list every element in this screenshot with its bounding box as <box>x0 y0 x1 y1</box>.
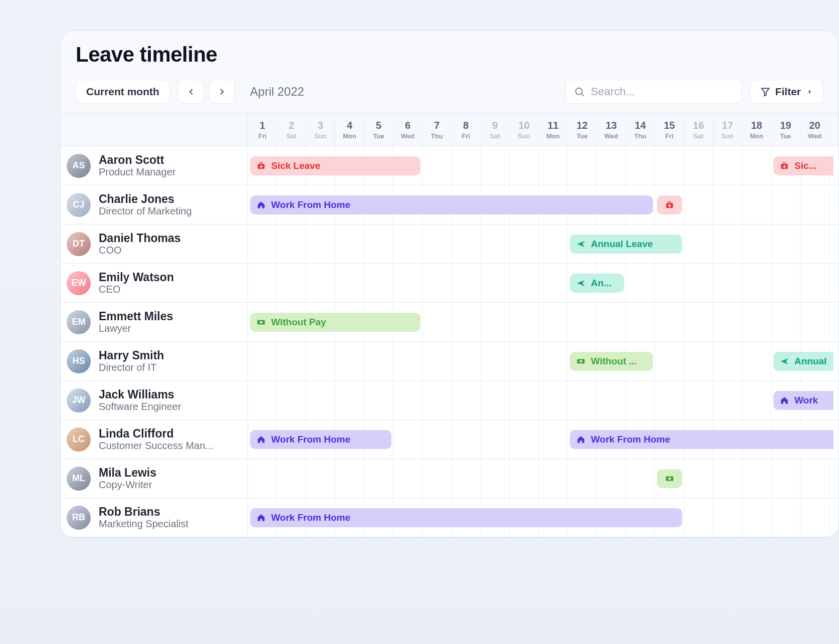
timeline-cell <box>510 225 539 263</box>
timeline-cell <box>597 303 626 341</box>
person-name: Charlie Jones <box>99 192 192 205</box>
leave-event-annual[interactable]: An... <box>570 274 624 293</box>
day-number: 20 <box>809 120 820 131</box>
day-number: 10 <box>518 120 529 131</box>
timeline-cell <box>539 381 568 419</box>
timeline-cell <box>539 342 568 380</box>
leave-event-label: Work From Home <box>591 434 670 445</box>
timeline-cell <box>800 498 829 537</box>
person-role: Lawyer <box>99 323 173 334</box>
leave-event-wfh[interactable]: Work From Home <box>250 195 653 214</box>
timeline-cell <box>539 225 568 263</box>
search-input[interactable] <box>590 85 733 99</box>
leave-event-wfh[interactable]: Work From Home <box>250 508 682 527</box>
timeline-cell <box>771 459 800 498</box>
date-header-row: 1Fri2Sat3Sun4Mon5Tue6Wed7Thu8Fri9Sat10Su… <box>61 113 838 146</box>
avatar: LC <box>67 427 91 452</box>
timeline-cell <box>626 264 655 302</box>
date-header-cell-10: 10Sun <box>510 113 539 146</box>
leave-event-annual[interactable]: Annual <box>773 352 833 371</box>
timeline-cells: Work <box>248 381 838 419</box>
person-cell[interactable]: MLMila LewisCopy-Writer <box>61 459 248 498</box>
leave-event-wfh[interactable]: Work From Home <box>570 430 833 449</box>
timeline-cell <box>306 225 335 263</box>
person-cell[interactable]: LCLinda CliffordCustomer Success Man... <box>61 420 248 459</box>
next-month-button[interactable] <box>209 80 235 104</box>
timeline-row: EWEmily WatsonCEOAn... <box>61 264 838 303</box>
svg-line-1 <box>581 94 583 96</box>
person-cell[interactable]: EWEmily WatsonCEO <box>61 264 248 302</box>
timeline-row: HSHarry SmithDirector of ITWithout ...An… <box>61 342 838 381</box>
person-name: Jack Williams <box>99 388 181 401</box>
day-number: 6 <box>405 120 410 131</box>
leave-event-sick[interactable] <box>657 195 682 214</box>
timeline-cell <box>655 303 684 341</box>
timeline-cell <box>684 225 713 263</box>
leave-event-wfh[interactable]: Work <box>773 391 833 410</box>
leave-event-sick[interactable]: Sic... <box>773 156 833 175</box>
person-cell[interactable]: ASAaron ScottProduct Manager <box>61 146 248 185</box>
person-name: Emily Watson <box>99 271 174 284</box>
day-name: Wed <box>808 132 821 140</box>
person-cell[interactable]: EMEmmett MilesLawyer <box>61 303 248 341</box>
filter-button[interactable]: Filter <box>750 80 823 104</box>
day-number: 16 <box>693 120 704 131</box>
leave-event-label: Without ... <box>591 356 637 367</box>
leave-event-wfh[interactable]: Work From Home <box>250 430 391 449</box>
timeline-row: ASAaron ScottProduct ManagerSick LeaveSi… <box>61 146 838 185</box>
person-cell[interactable]: DTDaniel ThomasCOO <box>61 225 248 263</box>
leave-event-withoutpay[interactable] <box>657 469 682 488</box>
timeline-row: JWJack WilliamsSoftware EngineerWork <box>61 381 838 420</box>
person-info: Aaron ScottProduct Manager <box>99 153 175 178</box>
person-info: Rob BriansMarketing Specialist <box>99 505 188 530</box>
date-header-cell-12: 12Tue <box>568 113 597 146</box>
search-box[interactable] <box>565 80 742 104</box>
current-month-button[interactable]: Current month <box>76 80 170 104</box>
person-cell[interactable]: CJCharlie JonesDirector of Marketing <box>61 185 248 224</box>
date-header-cell-13: 13Wed <box>597 113 626 146</box>
timeline-cell <box>684 264 713 302</box>
leave-event-sick[interactable]: Sick Leave <box>250 156 421 175</box>
day-number: 3 <box>318 120 323 131</box>
date-header-left-spacer <box>61 113 248 146</box>
leave-event-annual[interactable]: Annual Leave <box>570 235 682 254</box>
timeline-cell <box>423 420 452 459</box>
date-header-cell-3: 3Sun <box>306 113 335 146</box>
filter-icon <box>760 87 770 97</box>
prev-month-button[interactable] <box>178 80 204 104</box>
plane-icon <box>576 278 586 288</box>
timeline-cell <box>800 459 829 498</box>
timeline-cell <box>481 225 510 263</box>
leave-event-label: Sic... <box>794 160 816 171</box>
timeline-cell <box>655 146 684 185</box>
date-header-cell-7: 7Thu <box>423 113 452 146</box>
cash-icon <box>665 474 675 484</box>
svg-point-16 <box>580 360 582 362</box>
day-number: 18 <box>751 120 762 131</box>
cash-icon <box>256 317 266 327</box>
person-cell[interactable]: HSHarry SmithDirector of IT <box>61 342 248 380</box>
person-name: Daniel Thomas <box>99 232 181 245</box>
leave-event-withoutpay[interactable]: Without ... <box>570 352 653 371</box>
leave-event-label: Annual <box>794 356 826 367</box>
timeline-row: RBRob BriansMarketing SpecialistWork Fro… <box>61 498 838 537</box>
day-number: 9 <box>492 120 498 131</box>
person-role: Director of Marketing <box>99 205 192 217</box>
leave-event-withoutpay[interactable]: Without Pay <box>250 313 421 332</box>
page-title: Leave timeline <box>76 43 823 67</box>
filter-label: Filter <box>775 86 801 98</box>
person-cell[interactable]: JWJack WilliamsSoftware Engineer <box>61 381 248 419</box>
timeline-cell <box>597 459 626 498</box>
person-cell[interactable]: RBRob BriansMarketing Specialist <box>61 498 248 537</box>
day-name: Thu <box>635 132 647 140</box>
date-header-cell-2: 2Sat <box>277 113 306 146</box>
date-header-cell-4: 4Mon <box>335 113 364 146</box>
leave-timeline-card: Leave timeline Current month Apri <box>60 30 839 538</box>
day-number: 19 <box>780 120 791 131</box>
timeline-row: EMEmmett MilesLawyerWithout Pay <box>61 303 838 342</box>
timeline-cell <box>423 225 452 263</box>
timeline-cells: Without Pay <box>248 303 838 341</box>
day-name: Mon <box>546 132 560 140</box>
person-role: Marketing Specialist <box>99 518 188 530</box>
person-role: Director of IT <box>99 362 164 373</box>
